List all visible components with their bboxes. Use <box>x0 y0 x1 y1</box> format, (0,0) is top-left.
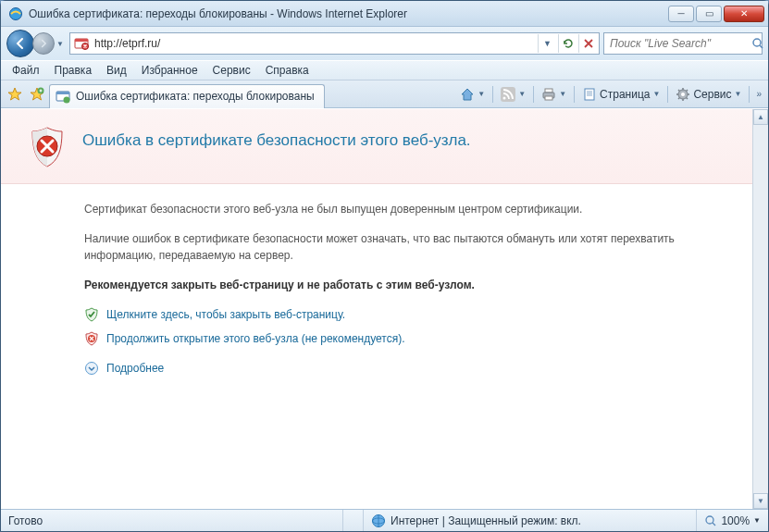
svg-rect-12 <box>545 89 552 93</box>
ie-window: Ошибка сертификата: переходы блокированы… <box>0 0 769 532</box>
status-icon-slot <box>343 510 364 531</box>
vertical-scrollbar[interactable]: ▲ ▼ <box>752 109 768 509</box>
tools-menu-button[interactable]: Сервис▼ <box>672 84 745 105</box>
browser-tab[interactable]: Ошибка сертификата: переходы блокированы <box>49 84 325 108</box>
svg-line-28 <box>713 523 715 526</box>
warn-shield-icon <box>84 331 99 346</box>
svg-point-20 <box>681 93 685 96</box>
nav-back-forward: ▼ <box>6 30 66 57</box>
home-button[interactable]: ▼ <box>456 84 489 105</box>
more-info-text: Подробнее <box>106 360 164 377</box>
add-favorites-button[interactable] <box>27 84 47 105</box>
cert-banner: Ошибка в сертификате безопасности этого … <box>1 109 768 184</box>
ie-logo-icon <box>8 6 23 21</box>
menu-file[interactable]: Файл <box>5 62 47 79</box>
tab-title: Ошибка сертификата: переходы блокированы <box>76 90 315 103</box>
zoom-icon <box>704 514 717 527</box>
menu-edit[interactable]: Правка <box>47 62 100 79</box>
title-bar: Ошибка сертификата: переходы блокированы… <box>1 1 768 27</box>
window-controls: ─ ▭ ✕ <box>668 6 764 22</box>
continue-link[interactable]: Продолжить открытие этого веб-узла (не р… <box>84 330 740 347</box>
expand-icon <box>84 361 99 376</box>
back-button[interactable] <box>6 30 34 57</box>
feeds-button[interactable]: ▼ <box>497 84 529 105</box>
more-info-toggle[interactable]: Подробнее <box>84 360 740 377</box>
zoom-dropdown-icon[interactable]: ▼ <box>753 516 761 525</box>
recent-pages-dropdown[interactable]: ▼ <box>55 32 66 55</box>
svg-rect-2 <box>75 39 88 42</box>
cert-body: Сертификат безопасности этого веб-узла н… <box>1 184 768 402</box>
svg-point-9 <box>64 97 70 104</box>
minimize-button[interactable]: ─ <box>668 6 694 22</box>
svg-rect-10 <box>501 87 515 102</box>
svg-line-5 <box>760 45 763 48</box>
security-zone[interactable]: Интернет | Защищенный режим: вкл. <box>364 510 697 531</box>
close-button[interactable]: ✕ <box>724 6 764 22</box>
close-page-link[interactable]: Щелкните здесь, чтобы закрыть веб-страни… <box>84 306 740 323</box>
menu-view[interactable]: Вид <box>99 62 134 79</box>
search-input[interactable] <box>606 36 751 51</box>
svg-point-27 <box>706 516 713 524</box>
menu-help[interactable]: Справка <box>258 62 316 79</box>
zoom-control[interactable]: 100% ▼ <box>697 514 768 527</box>
url-input[interactable] <box>93 36 536 51</box>
forward-button[interactable] <box>32 32 55 55</box>
svg-point-23 <box>86 363 98 375</box>
search-icon[interactable] <box>751 35 764 52</box>
internet-zone-icon <box>371 513 386 528</box>
command-buttons: ▼ ▼ ▼ Страница▼ Сервис▼ » <box>456 84 764 105</box>
page-menu-label: Страница <box>600 88 650 101</box>
svg-point-11 <box>503 96 506 99</box>
cert-error-icon <box>74 36 89 51</box>
svg-rect-14 <box>545 96 552 100</box>
scroll-up-button[interactable]: ▲ <box>753 109 768 125</box>
stop-button[interactable] <box>578 34 597 53</box>
refresh-button[interactable] <box>558 34 577 53</box>
address-bar[interactable]: ▼ <box>69 32 600 55</box>
menu-favorites[interactable]: Избранное <box>134 62 205 79</box>
menu-tools[interactable]: Сервис <box>205 62 258 79</box>
ok-shield-icon <box>84 307 99 322</box>
maximize-button[interactable]: ▭ <box>696 6 722 22</box>
tab-cert-error-icon <box>56 89 70 104</box>
command-overflow-button[interactable]: » <box>753 89 764 99</box>
svg-rect-8 <box>56 92 69 94</box>
search-box[interactable] <box>603 32 763 55</box>
shield-error-icon <box>29 126 66 168</box>
favorites-center-button[interactable] <box>5 84 25 105</box>
cert-message-2: Наличие ошибок в сертификате безопасност… <box>84 230 740 264</box>
certificate-error-page: Ошибка в сертификате безопасности этого … <box>1 109 768 402</box>
status-ready-label: Готово <box>8 514 43 527</box>
security-zone-text: Интернет | Защищенный режим: вкл. <box>391 514 581 527</box>
continue-link-text: Продолжить открытие этого веб-узла (не р… <box>106 330 405 347</box>
content-area: Ошибка в сертификате безопасности этого … <box>1 108 768 509</box>
close-page-link-text: Щелкните здесь, чтобы закрыть веб-страни… <box>106 306 345 323</box>
scroll-track[interactable] <box>753 125 768 493</box>
status-text: Готово <box>1 510 343 531</box>
status-bar: Готово Интернет | Защищенный режим: вкл.… <box>1 509 768 531</box>
tools-menu-label: Сервис <box>693 88 731 101</box>
page-menu-button[interactable]: Страница▼ <box>578 84 664 105</box>
command-bar: Ошибка сертификата: переходы блокированы… <box>1 80 768 108</box>
svg-point-4 <box>753 39 761 46</box>
svg-rect-15 <box>585 89 594 100</box>
cert-message-1: Сертификат безопасности этого веб-узла н… <box>84 201 740 217</box>
scroll-down-button[interactable]: ▼ <box>753 493 768 509</box>
zoom-level: 100% <box>721 514 750 527</box>
address-dropdown[interactable]: ▼ <box>538 34 556 53</box>
window-title: Ошибка сертификата: переходы блокированы… <box>29 7 668 20</box>
cert-heading: Ошибка в сертификате безопасности этого … <box>82 131 471 150</box>
cert-recommendation: Рекомендуется закрыть веб-страницу и не … <box>84 277 740 293</box>
print-button[interactable]: ▼ <box>538 84 570 105</box>
menu-bar: Файл Правка Вид Избранное Сервис Справка <box>1 60 768 80</box>
navigation-bar: ▼ ▼ <box>1 27 768 60</box>
